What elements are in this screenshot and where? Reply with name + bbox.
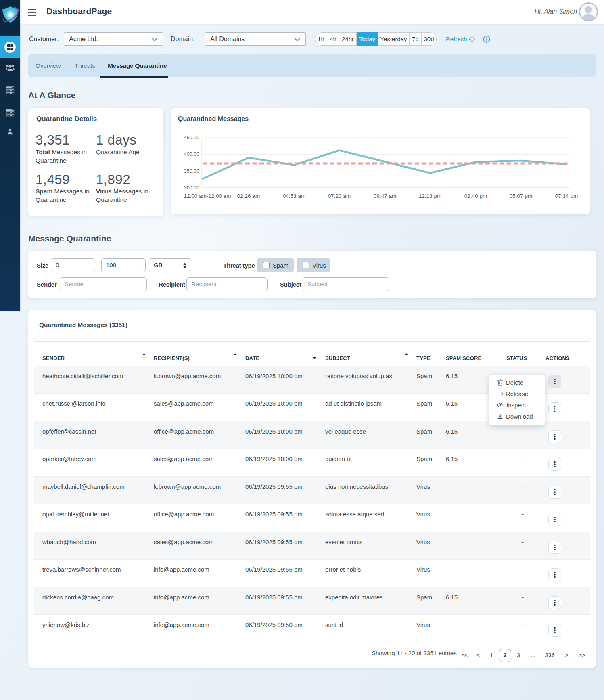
svg-text:12:13 pm: 12:13 pm: [419, 193, 441, 199]
svg-text:12:00 am-12:00 am: 12:00 am-12:00 am: [184, 193, 231, 199]
svg-text:04:53 am: 04:53 am: [283, 193, 305, 199]
svg-text:02:40 pm: 02:40 pm: [464, 193, 487, 199]
svg-text:05:07 pm: 05:07 pm: [510, 193, 532, 199]
svg-text:300.00: 300.00: [184, 185, 199, 191]
svg-text:07:34 pm: 07:34 pm: [555, 193, 578, 199]
svg-text:450.00: 450.00: [184, 135, 199, 140]
svg-text:09:47 am: 09:47 am: [374, 193, 396, 199]
svg-text:02:26 am: 02:26 am: [237, 193, 260, 199]
svg-text:400.00: 400.00: [184, 151, 199, 157]
svg-text:07:20 am: 07:20 am: [328, 193, 351, 199]
svg-text:350.00: 350.00: [184, 168, 199, 174]
